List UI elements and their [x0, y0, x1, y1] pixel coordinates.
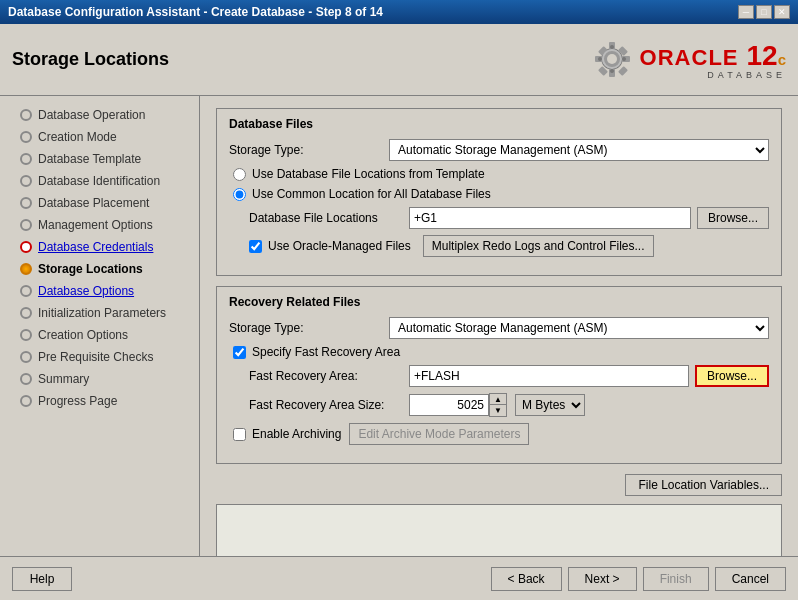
sidebar-item-creation-mode[interactable]: Creation Mode: [0, 126, 199, 148]
bottom-info-section: [216, 504, 782, 556]
database-files-title: Database Files: [229, 117, 769, 131]
spinner-buttons: ▲ ▼: [489, 393, 507, 417]
close-button[interactable]: ✕: [774, 5, 790, 19]
rec-storage-type-label: Storage Type:: [229, 321, 389, 335]
fast-recovery-browse-button[interactable]: Browse...: [695, 365, 769, 387]
database-files-section: Database Files Storage Type: Automatic S…: [216, 108, 782, 276]
step-indicator: [20, 241, 32, 253]
sidebar-label-storage-locations: Storage Locations: [38, 262, 143, 276]
step-indicator: [20, 109, 32, 121]
sidebar-label-progress-page: Progress Page: [38, 394, 117, 408]
sidebar-item-database-credentials[interactable]: Database Credentials: [0, 236, 199, 258]
sidebar-item-database-placement[interactable]: Database Placement: [0, 192, 199, 214]
rec-storage-type-select[interactable]: Automatic Storage Management (ASM)File S…: [389, 317, 769, 339]
sidebar-item-summary[interactable]: Summary: [0, 368, 199, 390]
fast-recovery-size-input[interactable]: [409, 394, 489, 416]
step-indicator: [20, 175, 32, 187]
multiplex-button[interactable]: Multiplex Redo Logs and Control Files...: [423, 235, 654, 257]
sidebar-label-creation-options: Creation Options: [38, 328, 128, 342]
step-indicator: [20, 395, 32, 407]
sidebar-item-database-template[interactable]: Database Template: [0, 148, 199, 170]
fast-recovery-area-row: Fast Recovery Area: Browse...: [229, 365, 769, 387]
cancel-button[interactable]: Cancel: [715, 567, 786, 591]
oracle-super: c: [778, 51, 786, 68]
radio-common-label: Use Common Location for All Database Fil…: [252, 187, 491, 201]
db-browse-button[interactable]: Browse...: [697, 207, 769, 229]
db-file-locations-input[interactable]: [409, 207, 691, 229]
footer: Help < Back Next > Finish Cancel: [0, 556, 798, 600]
sidebar-item-management-options[interactable]: Management Options: [0, 214, 199, 236]
window-controls[interactable]: ─ □ ✕: [738, 5, 790, 19]
fast-recovery-size-label: Fast Recovery Area Size:: [249, 398, 409, 412]
file-location-variables-button[interactable]: File Location Variables...: [625, 474, 782, 496]
radio-common[interactable]: [233, 188, 246, 201]
oracle-db-label: DATABASE: [707, 70, 786, 80]
sidebar-label-database-options: Database Options: [38, 284, 134, 298]
step-indicator: [20, 219, 32, 231]
svg-rect-9: [618, 66, 628, 76]
sidebar-label-summary: Summary: [38, 372, 89, 386]
file-location-row: File Location Variables...: [216, 474, 782, 496]
fast-recovery-size-row: Fast Recovery Area Size: ▲ ▼ M BytesG By…: [229, 393, 769, 417]
svg-point-14: [622, 57, 626, 61]
sidebar-item-pre-requisite-checks[interactable]: Pre Requisite Checks: [0, 346, 199, 368]
step-indicator: [20, 373, 32, 385]
radio-template[interactable]: [233, 168, 246, 181]
sidebar-item-creation-options[interactable]: Creation Options: [0, 324, 199, 346]
svg-point-11: [610, 45, 614, 49]
enable-archiving-row: Enable Archiving Edit Archive Mode Param…: [229, 423, 769, 445]
oracle-name: ORACLE: [640, 45, 739, 71]
sidebar-item-database-options[interactable]: Database Options: [0, 280, 199, 302]
title-bar: Database Configuration Assistant - Creat…: [0, 0, 798, 24]
svg-point-12: [610, 69, 614, 73]
sidebar-item-storage-locations[interactable]: Storage Locations: [0, 258, 199, 280]
oracle-managed-label: Use Oracle-Managed Files: [268, 239, 411, 253]
edit-archive-button: Edit Archive Mode Parameters: [349, 423, 529, 445]
minimize-button[interactable]: ─: [738, 5, 754, 19]
radio-template-row: Use Database File Locations from Templat…: [229, 167, 769, 181]
step-indicator: [20, 307, 32, 319]
content-area: Database Operation Creation Mode Databas…: [0, 96, 798, 556]
fast-recovery-area-label: Fast Recovery Area:: [249, 369, 409, 383]
spinner-down-button[interactable]: ▼: [490, 405, 506, 416]
sidebar-label-database-placement: Database Placement: [38, 196, 149, 210]
oracle-managed-checkbox[interactable]: [249, 240, 262, 253]
page-title: Storage Locations: [12, 49, 169, 70]
svg-point-13: [598, 57, 602, 61]
enable-archiving-checkbox[interactable]: [233, 428, 246, 441]
sidebar-item-database-identification[interactable]: Database Identification: [0, 170, 199, 192]
step-indicator: [20, 285, 32, 297]
back-button[interactable]: < Back: [491, 567, 562, 591]
oracle-gear-icon: [585, 32, 640, 87]
window-title: Database Configuration Assistant - Creat…: [8, 5, 383, 19]
sidebar: Database Operation Creation Mode Databas…: [0, 96, 200, 556]
next-button[interactable]: Next >: [568, 567, 637, 591]
recovery-files-section: Recovery Related Files Storage Type: Aut…: [216, 286, 782, 464]
maximize-button[interactable]: □: [756, 5, 772, 19]
specify-fast-recovery-label: Specify Fast Recovery Area: [252, 345, 400, 359]
help-button[interactable]: Help: [12, 567, 72, 591]
step-indicator-current: [20, 263, 32, 275]
fast-recovery-area-input[interactable]: [409, 365, 689, 387]
sidebar-label-database-identification: Database Identification: [38, 174, 160, 188]
oracle-brand: ORACLE 12c DATABASE: [640, 40, 786, 80]
oracle-version: 12: [747, 40, 778, 72]
sidebar-label-database-credentials: Database Credentials: [38, 240, 153, 254]
db-storage-type-select[interactable]: Automatic Storage Management (ASM)File S…: [389, 139, 769, 161]
sidebar-item-database-operation[interactable]: Database Operation: [0, 104, 199, 126]
sidebar-item-initialization-parameters[interactable]: Initialization Parameters: [0, 302, 199, 324]
oracle-branding: ORACLE 12c DATABASE: [577, 32, 786, 87]
main-content: Database Files Storage Type: Automatic S…: [200, 96, 798, 556]
svg-point-1: [607, 54, 617, 64]
spinner-group: ▲ ▼ M BytesG Bytes: [409, 393, 585, 417]
step-indicator: [20, 197, 32, 209]
size-unit-select[interactable]: M BytesG Bytes: [515, 394, 585, 416]
db-file-locations-label: Database File Locations: [249, 211, 409, 225]
finish-button[interactable]: Finish: [643, 567, 709, 591]
specify-fast-recovery-checkbox[interactable]: [233, 346, 246, 359]
enable-archiving-label: Enable Archiving: [252, 427, 341, 441]
sidebar-item-progress-page[interactable]: Progress Page: [0, 390, 199, 412]
spinner-up-button[interactable]: ▲: [490, 394, 506, 405]
step-indicator: [20, 329, 32, 341]
step-indicator: [20, 153, 32, 165]
